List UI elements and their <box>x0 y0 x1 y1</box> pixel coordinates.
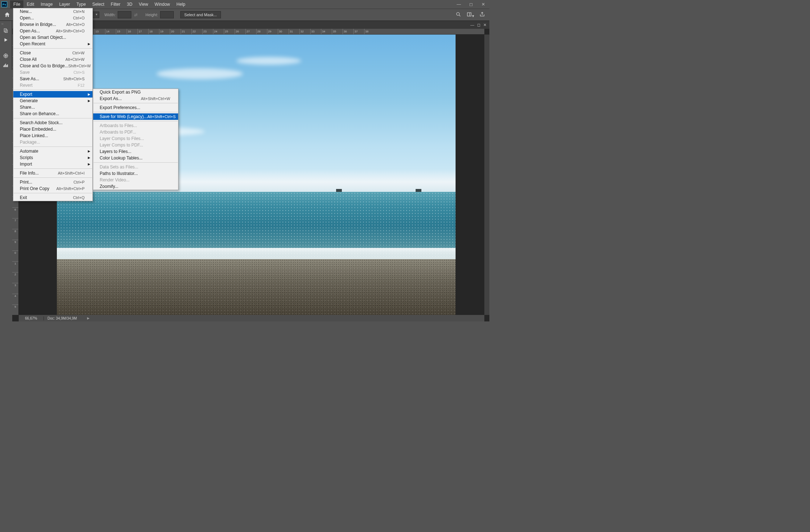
menu-item-file-info[interactable]: File Info...Alt+Shift+Ctrl+I <box>13 170 92 176</box>
menu-item-print[interactable]: Print...Ctrl+P <box>13 179 92 185</box>
menu-item-browse-in-bridge[interactable]: Browse in Bridge...Alt+Ctrl+O <box>13 21 92 28</box>
svg-rect-5 <box>5 30 8 32</box>
menu-item-import[interactable]: Import▶ <box>13 161 92 167</box>
menu-item-save-as[interactable]: Save As...Shift+Ctrl+S <box>13 76 92 82</box>
menu-item-close-all[interactable]: Close AllAlt+Ctrl+W <box>13 56 92 63</box>
svg-point-0 <box>457 13 460 15</box>
artboard-tool-icon[interactable] <box>0 26 12 35</box>
menu-type[interactable]: Type <box>73 0 89 8</box>
wheel-tool-icon[interactable] <box>0 51 12 60</box>
vertical-scrollbar[interactable] <box>484 35 489 315</box>
menu-item-new[interactable]: New...Ctrl+N <box>13 8 92 15</box>
svg-rect-15 <box>7 64 8 67</box>
tools-panel: ›› <box>0 21 12 70</box>
home-icon[interactable] <box>2 10 12 20</box>
menu-file[interactable]: File <box>10 0 23 8</box>
tab-minimize-icon[interactable]: — <box>470 23 474 27</box>
menu-item-open-as[interactable]: Open As...Alt+Shift+Ctrl+O <box>13 28 92 34</box>
svg-rect-13 <box>5 64 6 67</box>
play-tool-icon[interactable] <box>0 35 12 45</box>
menu-bar: Ps FileEditImageLayerTypeSelectFilter3DV… <box>0 0 489 9</box>
menu-view[interactable]: View <box>136 0 151 8</box>
zoom-level[interactable]: 66,67% <box>19 316 44 320</box>
height-label: Height: <box>145 13 158 17</box>
swap-icon[interactable]: ⇄ <box>134 13 137 17</box>
menu-item-open-as-smart-object[interactable]: Open as Smart Object... <box>13 34 92 41</box>
menu-item-share[interactable]: Share... <box>13 104 92 111</box>
menu-item-export[interactable]: Export▶ <box>13 91 92 98</box>
menu-item-share-on-behance[interactable]: Share on Behance... <box>13 111 92 117</box>
svg-rect-2 <box>467 13 471 16</box>
doc-size-status: Doc: 34,9M/34,9M <box>44 316 77 320</box>
menu-item-revert: RevertF12 <box>13 82 92 89</box>
menu-item-data-sets-as-files: Data Sets as Files... <box>93 164 178 170</box>
menu-filter[interactable]: Filter <box>108 0 124 8</box>
collapse-icon[interactable]: ›› <box>0 22 12 26</box>
tab-maximize-icon[interactable]: ◻ <box>477 23 480 27</box>
close-window-button[interactable]: ✕ <box>477 2 489 7</box>
menu-help[interactable]: Help <box>173 0 189 8</box>
svg-line-1 <box>459 15 460 16</box>
select-and-mask-button[interactable]: Select and Mask... <box>180 11 221 18</box>
app-logo: Ps <box>1 1 7 7</box>
status-menu-icon[interactable]: ▶ <box>87 316 90 320</box>
search-icon[interactable] <box>456 12 461 18</box>
menu-item-automate[interactable]: Automate▶ <box>13 148 92 154</box>
menu-item-save-for-web-legacy[interactable]: Save for Web (Legacy)...Alt+Shift+Ctrl+S <box>93 113 178 120</box>
menu-item-exit[interactable]: ExitCtrl+Q <box>13 194 92 201</box>
menu-item-artboards-to-files: Artboards to Files... <box>93 122 178 129</box>
menu-item-layers-to-files[interactable]: Layers to Files... <box>93 148 178 155</box>
menu-select[interactable]: Select <box>89 0 107 8</box>
share-icon[interactable] <box>479 12 485 18</box>
menu-item-place-embedded[interactable]: Place Embedded... <box>13 126 92 132</box>
menu-item-paths-to-illustrator[interactable]: Paths to Illustrator... <box>93 170 178 177</box>
histogram-tool-icon[interactable] <box>0 60 12 70</box>
menu-item-close[interactable]: CloseCtrl+W <box>13 50 92 56</box>
menu-item-zoomify[interactable]: Zoomify... <box>93 183 178 190</box>
menu-layer[interactable]: Layer <box>56 0 73 8</box>
minimize-button[interactable]: — <box>453 2 465 7</box>
menu-item-generate[interactable]: Generate▶ <box>13 98 92 104</box>
maximize-button[interactable]: ◻ <box>465 2 477 7</box>
menu-item-export-as[interactable]: Export As...Alt+Shift+Ctrl+W <box>93 95 178 102</box>
menu-item-artboards-to-pdf: Artboards to PDF... <box>93 129 178 135</box>
status-bar: 66,67% Doc: 34,9M/34,9M ▶ <box>19 315 484 321</box>
svg-rect-14 <box>6 65 7 67</box>
menu-3d[interactable]: 3D <box>123 0 135 8</box>
menu-item-export-preferences[interactable]: Export Preferences... <box>93 104 178 111</box>
menu-item-search-adobe-stock[interactable]: Search Adobe Stock... <box>13 120 92 126</box>
menu-item-layer-comps-to-files: Layer Comps to Files... <box>93 135 178 142</box>
menu-item-package: Package... <box>13 139 92 145</box>
menu-edit[interactable]: Edit <box>23 0 37 8</box>
file-menu-dropdown: New...Ctrl+NOpen...Ctrl+OBrowse in Bridg… <box>13 8 93 201</box>
svg-rect-4 <box>4 29 6 32</box>
menu-window[interactable]: Window <box>151 0 173 8</box>
width-input[interactable] <box>118 11 131 18</box>
menu-item-print-one-copy[interactable]: Print One CopyAlt+Shift+Ctrl+P <box>13 185 92 192</box>
menu-item-open[interactable]: Open...Ctrl+O <box>13 15 92 21</box>
menu-item-save: SaveCtrl+S <box>13 69 92 76</box>
workspace-switcher-icon[interactable]: ▾ <box>466 12 474 18</box>
svg-rect-11 <box>3 66 4 67</box>
menu-image[interactable]: Image <box>37 0 56 8</box>
width-label: Width: <box>104 13 116 17</box>
menu-item-place-linked[interactable]: Place Linked... <box>13 132 92 139</box>
menu-item-open-recent[interactable]: Open Recent▶ <box>13 41 92 47</box>
menu-item-color-lookup-tables[interactable]: Color Lookup Tables... <box>93 155 178 161</box>
window-controls: — ◻ ✕ <box>453 2 489 7</box>
svg-rect-12 <box>4 65 5 67</box>
menu-item-scripts[interactable]: Scripts▶ <box>13 154 92 161</box>
height-input[interactable] <box>160 11 174 18</box>
menu-item-render-video: Render Video... <box>93 177 178 183</box>
menu-item-close-and-go-to-bridge[interactable]: Close and Go to Bridge...Shift+Ctrl+W <box>13 63 92 69</box>
menu-item-layer-comps-to-pdf: Layer Comps to PDF... <box>93 142 178 148</box>
tab-close-icon[interactable]: ✕ <box>483 23 487 27</box>
menu-item-quick-export-as-png[interactable]: Quick Export as PNG <box>93 89 178 95</box>
export-submenu-dropdown: Quick Export as PNGExport As...Alt+Shift… <box>93 89 178 190</box>
